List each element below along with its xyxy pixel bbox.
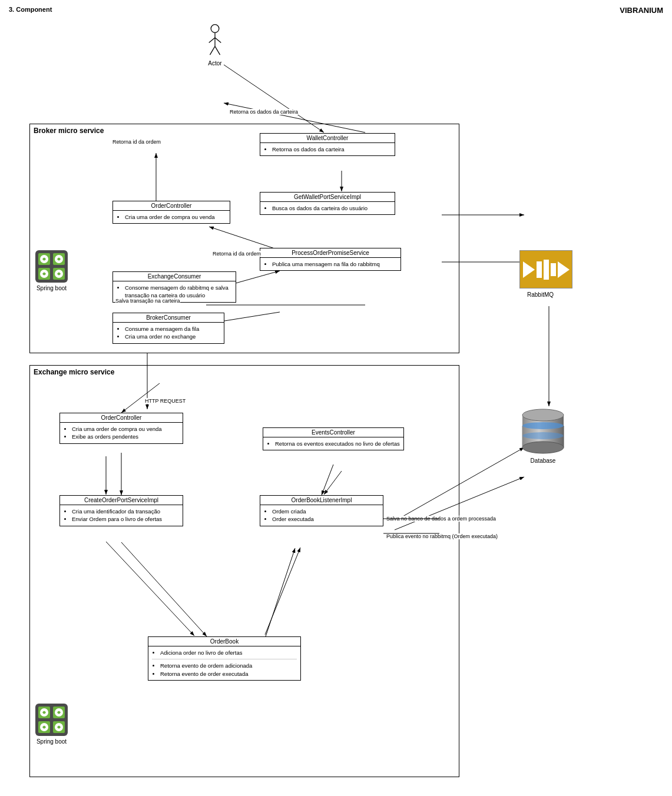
database-icon: Database <box>519 403 567 464</box>
salva-transacao-label: Salva transação na carteira <box>115 298 180 304</box>
orderbook-up-arrow <box>266 548 295 636</box>
broker-consumer-item-1: Consume a mensagem da fila <box>125 325 220 333</box>
rabbitmq-bar-3 <box>551 263 556 276</box>
getwallet-box: GetWalletPortServiceImpl Busca os dados … <box>260 192 395 215</box>
spring-boot-exchange: Spring boot <box>35 704 68 745</box>
broker-orderctrl-box: OrderController Cria uma order de compra… <box>112 201 230 224</box>
order-book-listener-body: Ordem criada Order executada <box>260 505 383 526</box>
publica-evento-label: Publica evento no rabbitmq (Ordem execut… <box>386 533 498 539</box>
database-label: Database <box>519 457 567 464</box>
order-book-title: OrderBook <box>148 637 300 646</box>
svg-line-6 <box>210 47 215 55</box>
actor-figure <box>206 24 224 59</box>
events-controller-body: Retorna os eventos executados no livro d… <box>263 437 403 450</box>
getwallet-title: GetWalletPortServiceImpl <box>260 193 395 202</box>
broker-consumer-body: Consume a mensagem da fila Cria uma orde… <box>113 323 224 343</box>
svg-line-4 <box>209 38 215 43</box>
create-order-port-title: CreateOrderPortServiceImpl <box>60 496 183 505</box>
order-book-item-3: Retorna evento de order executada <box>160 670 297 678</box>
exchange-consumer-title: ExchangeConsumer <box>113 272 236 281</box>
exchange-micro-service-box: Exchange micro service HTTP REQUEST Orde… <box>29 365 459 777</box>
broker-orderctrl-title: OrderController <box>113 201 230 211</box>
rabbitmq-bar-1 <box>537 261 542 278</box>
rabbitmq-bars <box>523 260 570 280</box>
rabbitmq-bar-2 <box>544 260 549 280</box>
retorna-id-ordem-bottom-label: Retorna id da ordem <box>213 251 261 257</box>
broker-orderctrl-body: Cria uma order de compra ou venda <box>113 211 230 223</box>
page: 3. Component VIBRANIUM <box>0 0 672 796</box>
svg-point-2 <box>211 25 219 33</box>
exchange-orderctrl-title: OrderController <box>60 413 183 423</box>
getwallet-body: Busca os dados da carteira do usuário <box>260 202 395 214</box>
svg-point-27 <box>522 409 564 421</box>
process-order-item-1: Publica uma mensagem na fila do rabbitmq <box>272 260 397 268</box>
salva-banco-label: Salva no banco de dados a ordem processa… <box>386 516 496 522</box>
actor-to-wallet-arrow <box>224 65 324 132</box>
top-label: 3. Component <box>9 6 52 13</box>
listener-item-1: Ordem criada <box>272 508 379 515</box>
exchange-orderctrl-item-1: Cria uma order de compra ou venda <box>72 425 179 433</box>
listener-item-2: Order executada <box>272 515 379 523</box>
create-order-item-1: Cria uma identificador da transação <box>72 508 179 515</box>
getwallet-item-1: Busca os dados da carteira do usuário <box>272 204 391 212</box>
diagram: Actor Retorna os dados da carteira Broke… <box>12 18 660 784</box>
exchange-consumer-item-1: Consome mensagem do rabbitmq e salva tra… <box>125 284 232 300</box>
broker-orderctrl-item-1: Cria uma order de compra ou venda <box>125 213 226 221</box>
svg-line-5 <box>215 38 221 43</box>
spring-boot-exchange-label: Spring boot <box>35 738 68 745</box>
process-order-title: ProcessOrderPromiseService <box>260 248 400 258</box>
process-order-box: ProcessOrderPromiseService Publica uma m… <box>260 248 401 271</box>
events-down-arrow <box>322 465 333 495</box>
actor: Actor <box>206 24 224 67</box>
rabbitmq-label: RabbitMQ <box>527 291 554 298</box>
broker-micro-service-box: Broker micro service WalletController Re… <box>29 124 459 353</box>
broker-consumer-box: BrokerConsumer Consume a mensagem da fil… <box>112 313 224 344</box>
spring-boot-broker-label: Spring boot <box>35 285 68 291</box>
rabbitmq-icon <box>519 250 572 288</box>
events-controller-title: EventsController <box>263 428 403 437</box>
spring-boot-logo-exchange <box>35 704 68 736</box>
wallet-controller-body: Retorna os dados da carteira <box>260 143 395 155</box>
events-ctrl-item-1: Retorna os eventos executados no livro d… <box>275 440 400 447</box>
exchange-orderctrl-item-2: Exibe as orders pendentes <box>72 433 179 440</box>
wallet-controller-title: WalletController <box>260 134 395 143</box>
svg-point-28 <box>522 442 564 453</box>
retorna-dados-label: Retorna os dados da carteira <box>230 109 298 115</box>
broker-consumer-item-2: Cria uma order no exchange <box>125 333 220 340</box>
createorder-down-arrow <box>121 542 207 636</box>
order-book-listener-box: OrderBookListenerImpl Ordem criada Order… <box>260 495 383 526</box>
events-controller-box: EventsController Retorna os eventos exec… <box>263 427 404 450</box>
http-request-label: HTTP REQUEST <box>145 398 186 404</box>
create-order-port-body: Cria uma identificador da transação Envi… <box>60 505 183 526</box>
order-book-item-1: Adiciona order no livro de ofertas <box>160 649 297 656</box>
order-book-item-2: Retorna evento de ordem adicionada <box>160 662 297 669</box>
rabbitmq-play-icon <box>523 261 535 278</box>
spring-boot-logo-broker <box>35 250 68 283</box>
wallet-ctrl-item-1: Retorna os dados da carteira <box>272 145 391 153</box>
database-svg <box>519 403 567 456</box>
rabbitmq-play-icon-2 <box>558 261 570 278</box>
broker-consumer-title: BrokerConsumer <box>113 313 224 323</box>
svg-line-7 <box>215 47 220 55</box>
order-book-listener-title: OrderBookListenerImpl <box>260 496 383 505</box>
wallet-controller-box: WalletController Retorna os dados da car… <box>260 133 395 156</box>
exchange-service-title: Exchange micro service <box>30 366 459 379</box>
process-order-body: Publica uma mensagem na fila do rabbitmq <box>260 258 400 270</box>
order-book-body: Adiciona order no livro de ofertas Retor… <box>148 646 300 680</box>
actor-label: Actor <box>208 60 221 67</box>
exchange-orderctrl-body: Cria uma order de compra ou venda Exibe … <box>60 423 183 443</box>
exchange-orderctrl-box: OrderController Cria uma order de compra… <box>59 413 183 444</box>
create-order-port-box: CreateOrderPortServiceImpl Cria uma iden… <box>59 495 183 526</box>
svg-point-29 <box>522 422 564 429</box>
rabbitmq-bars-group <box>537 260 556 280</box>
retorna-id-ordem-top-label: Retorna id da ordem <box>112 139 161 145</box>
brand-label: VIBRANIUM <box>620 6 663 15</box>
order-book-box: OrderBook Adiciona order no livro de ofe… <box>148 636 301 681</box>
spring-boot-broker: Spring boot <box>35 250 68 291</box>
create-order-item-2: Enviar Ordem para o livro de ofertas <box>72 515 179 523</box>
svg-point-30 <box>522 432 564 439</box>
